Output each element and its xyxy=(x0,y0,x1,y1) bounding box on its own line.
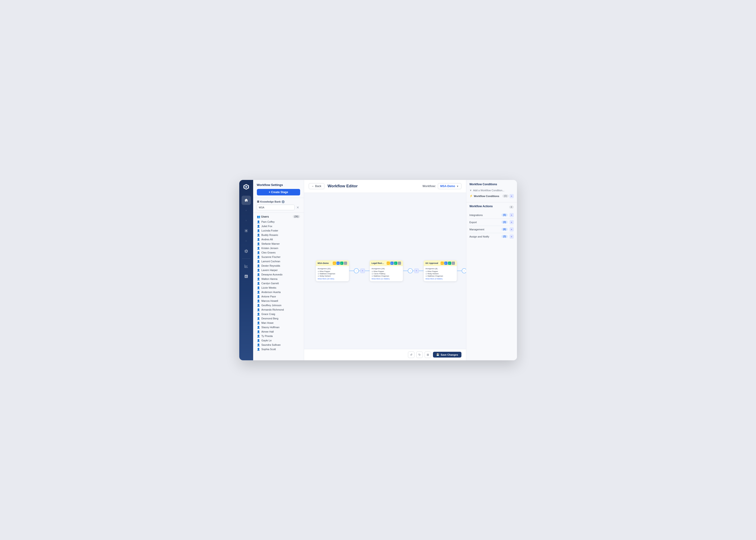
user-list-item[interactable]: 👤Grace Craig xyxy=(257,312,300,316)
workflow-settings-title: Workflow Settings xyxy=(257,183,300,187)
user-list-item[interactable]: 👤Aimee Hall xyxy=(257,330,300,334)
user-list-item[interactable]: 👤Desmond Berg xyxy=(257,316,300,321)
action-add-button[interactable]: + xyxy=(509,227,514,231)
save-changes-button[interactable]: 💾 Save Changes xyxy=(433,352,461,357)
user-icon: 👤 xyxy=(257,282,260,285)
sidebar-item-expand2[interactable]: › xyxy=(242,216,251,225)
stage-card[interactable]: Legal Review ✏ℹ✓⋯ Assignees (14) Elise P… xyxy=(370,260,403,281)
stage-connector: → + xyxy=(349,268,370,273)
user-list-item[interactable]: 👤Cleo Graves xyxy=(257,250,300,255)
action-add-button[interactable]: + xyxy=(509,220,514,224)
action-row[interactable]: Integrations (5) + xyxy=(470,211,514,219)
green-icon-btn[interactable]: ✓ xyxy=(340,262,343,265)
users-section: 👥 Users (36) 👤Pam Coffey👤Juliet Fox👤Luci… xyxy=(253,213,304,360)
add-stage-button[interactable]: + xyxy=(360,268,365,273)
user-list-item[interactable]: 👤Dewayne Acevedo xyxy=(257,272,300,277)
user-list-item[interactable]: 👤Kristen Jensen xyxy=(257,246,300,250)
blue-icon-btn[interactable]: ℹ xyxy=(336,262,340,265)
show-more-link[interactable]: Show More (3 hidden) xyxy=(426,278,455,280)
assignee-row: Elise Pepper xyxy=(372,270,401,272)
user-list-item[interactable]: 👤Marcos Howell xyxy=(257,299,300,303)
knowledge-bank-input[interactable] xyxy=(257,205,294,210)
action-row[interactable]: Export (3) + xyxy=(470,219,514,226)
sidebar-item-expand3[interactable]: › xyxy=(242,236,251,246)
sidebar-item-chart1[interactable] xyxy=(242,262,251,271)
filter-icon: ▼ xyxy=(470,189,472,192)
user-list-item[interactable]: 👤Gayle Le xyxy=(257,338,300,343)
wc-label: ⚡ Workflow Conditions xyxy=(470,195,499,198)
user-list-item[interactable]: 👤Sophia Scott xyxy=(257,347,300,351)
user-list-item[interactable]: 👤Armando Richmond xyxy=(257,308,300,312)
user-list-item[interactable]: 👤Andres Ali xyxy=(257,237,300,242)
user-list-item[interactable]: 👤Anderson Huerta xyxy=(257,290,300,294)
show-more-link[interactable]: Show More (11 hidden) xyxy=(372,278,401,280)
users-title: 👥 Users xyxy=(257,215,269,218)
assignee-row: Molly Herbert xyxy=(426,273,455,275)
blue-icon-btn[interactable]: ℹ xyxy=(390,262,394,265)
user-icon: 👤 xyxy=(257,242,260,245)
user-list-item[interactable]: 👤Lucinda Foster xyxy=(257,228,300,233)
yellow-icon-btn[interactable]: ✏ xyxy=(333,262,336,265)
add-condition-button[interactable]: ▼ Add a Workflow Condition... xyxy=(470,188,514,193)
stage-title: GC Approval xyxy=(426,262,438,264)
user-list-item[interactable]: 👤Pam Coffey xyxy=(257,220,300,224)
undo-button[interactable]: ↺ xyxy=(408,351,415,358)
sidebar-item-chart2[interactable] xyxy=(242,272,251,281)
user-list-item[interactable]: 👤Dexter Reynolds xyxy=(257,264,300,268)
gray-icon-btn[interactable]: ⋯ xyxy=(452,262,455,265)
sidebar-item-expand1[interactable]: › xyxy=(242,206,251,215)
connector-node[interactable]: → xyxy=(408,268,413,273)
user-list-item[interactable]: 👤Stefanie Warner xyxy=(257,242,300,246)
user-list-item[interactable]: 👤Man Howe xyxy=(257,321,300,325)
action-add-button[interactable]: + xyxy=(509,213,514,217)
user-list-item[interactable]: 👤Saundra Sullivan xyxy=(257,343,300,347)
connector-node[interactable]: → xyxy=(462,268,466,273)
action-add-button[interactable]: + xyxy=(509,234,514,239)
sidebar-item-home[interactable] xyxy=(242,196,251,205)
user-list-item[interactable]: 👤Walton Hanna xyxy=(257,277,300,281)
green-icon-btn[interactable]: ✓ xyxy=(394,262,397,265)
user-list-item[interactable]: 👤Suzanne Fischer xyxy=(257,255,300,259)
user-list-item[interactable]: 👤Carolyn Garrett xyxy=(257,281,300,286)
user-icon: 👤 xyxy=(257,233,260,236)
connector-node[interactable]: → xyxy=(354,268,359,273)
workflow-value: MSA-Demo xyxy=(440,185,455,188)
user-list-item[interactable]: 👤Stacey Hoffman xyxy=(257,325,300,330)
blue-icon-btn[interactable]: ℹ xyxy=(444,262,448,265)
assignee-name: Elise Pepper xyxy=(374,270,384,272)
user-list-item[interactable]: 👤Lizzie Weeks xyxy=(257,286,300,290)
sidebar-item-gear[interactable] xyxy=(242,246,251,256)
info-icon: i xyxy=(282,200,284,203)
user-list-item[interactable]: 👤Antone Pace xyxy=(257,294,300,299)
user-list-item[interactable]: 👤Lamont Cochran xyxy=(257,259,300,264)
create-stage-button[interactable]: + Create Stage xyxy=(257,189,300,196)
stage-card[interactable]: MSA-Demo ✏ℹ✓⋯ Assignees (21) Elise Peppe… xyxy=(316,260,349,281)
action-row[interactable]: Assign and Notify (3) + xyxy=(470,233,514,240)
add-stage-button[interactable]: + xyxy=(414,268,419,273)
gray-icon-btn[interactable]: ⋯ xyxy=(344,262,347,265)
user-icon: 👤 xyxy=(257,238,260,241)
gray-icon-btn[interactable]: ⋯ xyxy=(398,262,401,265)
workflow-select[interactable]: MSA-Demo ▼ xyxy=(438,183,462,189)
green-icon-btn[interactable]: ✓ xyxy=(448,262,451,265)
kb-clear-button[interactable]: ✕ xyxy=(295,205,300,210)
sidebar-item-settings[interactable] xyxy=(242,226,251,235)
wc-add-button[interactable]: + xyxy=(509,194,514,198)
redo-button[interactable]: ↻ xyxy=(416,351,423,358)
layout-button[interactable]: ⊞ xyxy=(425,351,431,358)
user-icon: 👤 xyxy=(257,322,260,325)
show-more-link[interactable]: Show More (18 roles) xyxy=(318,278,347,280)
user-icon: 👤 xyxy=(257,343,260,346)
user-list-item[interactable]: 👤Buddy Rosario xyxy=(257,233,300,237)
stage-card[interactable]: GC Approval ✏ℹ✓⋯ Assignees (6) Elise Pep… xyxy=(424,260,457,281)
assignees-label: Assignees (14) xyxy=(372,268,401,270)
user-list-item[interactable]: 👤Lavern Harper xyxy=(257,268,300,272)
back-button[interactable]: ← Back xyxy=(309,183,324,189)
user-list-item[interactable]: 👤Ty Pineda xyxy=(257,334,300,338)
user-icon: 👤 xyxy=(257,264,260,267)
user-list-item[interactable]: 👤Juliet Fox xyxy=(257,224,300,228)
user-list-item[interactable]: 👤Geoffrey Johnson xyxy=(257,303,300,308)
yellow-icon-btn[interactable]: ✏ xyxy=(441,262,444,265)
yellow-icon-btn[interactable]: ✏ xyxy=(387,262,390,265)
action-row[interactable]: Management (6) + xyxy=(470,226,514,233)
